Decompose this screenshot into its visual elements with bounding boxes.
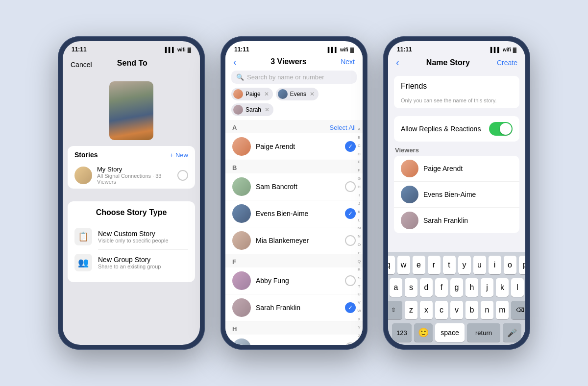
new-story-button[interactable]: + New xyxy=(170,151,188,159)
my-story-radio[interactable] xyxy=(177,170,188,181)
signal-icon-2: ▌▌▌ xyxy=(328,47,338,52)
check-evens[interactable]: ✓ xyxy=(345,208,356,219)
back-button-2[interactable]: ‹ xyxy=(233,57,237,67)
replies-toggle[interactable] xyxy=(489,122,513,136)
viewer-row-evens: Evens Bien-Aime xyxy=(394,182,519,208)
select-all-button[interactable]: Select All xyxy=(330,124,356,131)
key-u[interactable]: u xyxy=(473,256,486,274)
chip-remove-evens[interactable]: ✕ xyxy=(310,91,315,97)
key-x[interactable]: x xyxy=(420,301,433,319)
key-z[interactable]: z xyxy=(405,301,417,319)
group-story-option[interactable]: 👥 New Group Story Share to an existing g… xyxy=(74,250,188,275)
chip-remove-paige[interactable]: ✕ xyxy=(264,91,269,97)
key-emoji[interactable]: 🙂 xyxy=(414,323,433,342)
check-mia[interactable] xyxy=(345,235,356,246)
next-button[interactable]: Next xyxy=(341,58,355,66)
keyboard-bottom-row: 123 🙂 space return 🎤 xyxy=(390,323,523,342)
key-y[interactable]: y xyxy=(458,256,471,274)
battery-icon: ▓ xyxy=(188,47,191,52)
section-letter-b: B xyxy=(232,164,237,171)
chip-sarah[interactable]: Sarah ✕ xyxy=(231,103,273,116)
viewer-name-paige: Paige Arendt xyxy=(423,165,463,172)
key-g[interactable]: g xyxy=(450,278,463,297)
contact-keiko-hall[interactable]: Keiko Hall xyxy=(225,335,363,345)
key-space[interactable]: space xyxy=(435,323,465,342)
send-to-nav: Cancel Send To xyxy=(63,55,200,77)
contact-paige-arendt[interactable]: Paige Arendt ✓ xyxy=(225,133,363,160)
my-story-row[interactable]: My Story All Signal Connections · 33 Vie… xyxy=(68,162,195,189)
story-image-area xyxy=(63,77,200,146)
section-letter-h: H xyxy=(232,325,237,333)
chip-evens[interactable]: Evens ✕ xyxy=(276,88,318,100)
key-e[interactable]: e xyxy=(413,256,425,274)
key-m[interactable]: m xyxy=(496,301,509,319)
key-h[interactable]: h xyxy=(466,278,478,297)
key-a[interactable]: a xyxy=(390,278,402,297)
alpha-index[interactable]: ABC DEF GHI JKL MNO PQR STU VWX YZ xyxy=(356,120,363,345)
create-button[interactable]: Create xyxy=(497,59,517,67)
status-bar-3: 11:11 ▌▌▌ wifi ▓ xyxy=(388,41,525,55)
contact-sam-bancroft[interactable]: Sam Bancroft xyxy=(225,173,363,200)
key-mic[interactable]: 🎤 xyxy=(503,323,521,342)
key-c[interactable]: c xyxy=(435,301,448,319)
avatar-sam-bancroft xyxy=(232,177,251,196)
input-hint: Only you can see the name of this story. xyxy=(394,96,519,108)
key-r[interactable]: r xyxy=(428,256,441,274)
chip-avatar-sarah xyxy=(233,105,243,115)
key-n[interactable]: n xyxy=(481,301,493,319)
contact-evens-bien-aime[interactable]: Evens Bien-Aime ✓ xyxy=(225,200,363,227)
signal-icon-3: ▌▌▌ xyxy=(490,47,501,52)
check-paige-arendt[interactable]: ✓ xyxy=(345,141,356,152)
story-name-input[interactable] xyxy=(394,76,519,96)
name-keiko-hall: Keiko Hall xyxy=(256,344,340,345)
check-abby[interactable] xyxy=(345,275,356,286)
chip-paige[interactable]: Paige ✕ xyxy=(231,88,273,100)
key-v[interactable]: v xyxy=(450,301,463,319)
avatar-abby-fung xyxy=(232,271,251,290)
viewers-list: Paige Arendt Evens Bien-Aime Sarah Frank… xyxy=(394,156,519,233)
key-q[interactable]: q xyxy=(388,256,395,274)
key-num[interactable]: 123 xyxy=(392,323,412,342)
key-i[interactable]: i xyxy=(489,256,501,274)
check-sam-bancroft[interactable] xyxy=(345,181,356,192)
contact-abby-fung[interactable]: Abby Fung xyxy=(225,267,363,294)
back-button-3[interactable]: ‹ xyxy=(396,57,399,68)
my-story-sub: All Signal Connections · 33 Viewers xyxy=(97,173,172,185)
key-f[interactable]: f xyxy=(435,278,448,297)
key-l[interactable]: l xyxy=(511,278,524,297)
stories-label: Stories xyxy=(74,151,98,159)
key-p[interactable]: p xyxy=(519,256,526,274)
battery-icon-2: ▓ xyxy=(350,47,354,52)
section-letter-f: F xyxy=(232,258,236,265)
key-d[interactable]: d xyxy=(420,278,433,297)
name-story-title: Name Story xyxy=(426,58,470,67)
signal-icon: ▌▌▌ xyxy=(165,47,175,52)
wifi-icon-2: wifi xyxy=(340,47,348,52)
cancel-button[interactable]: Cancel xyxy=(71,61,92,69)
chip-remove-sarah[interactable]: ✕ xyxy=(265,106,270,113)
contact-sarah-franklin[interactable]: Sarah Franklin ✓ xyxy=(225,294,363,321)
chip-avatar-evens xyxy=(278,89,288,99)
custom-story-info: New Custom Story Visible only to specifi… xyxy=(98,230,169,243)
key-o[interactable]: o xyxy=(504,256,516,274)
search-bar[interactable]: 🔍 Search by name or number xyxy=(231,71,357,84)
custom-story-option[interactable]: 📋 New Custom Story Visible only to speci… xyxy=(74,224,188,249)
status-icons-2: ▌▌▌ wifi ▓ xyxy=(328,47,354,52)
my-story-avatar xyxy=(74,167,92,184)
check-sarah[interactable]: ✓ xyxy=(345,302,356,313)
check-keiko[interactable] xyxy=(345,342,356,345)
wifi-icon: wifi xyxy=(177,47,186,52)
key-s[interactable]: s xyxy=(405,278,417,297)
key-t[interactable]: t xyxy=(443,256,456,274)
key-b[interactable]: b xyxy=(466,301,478,319)
key-delete[interactable]: ⌫ xyxy=(511,301,525,319)
key-w[interactable]: w xyxy=(397,256,410,274)
contact-mia-blankemeyer[interactable]: Mia Blankemeyer xyxy=(225,227,363,254)
name-mia-blankemeyer: Mia Blankemeyer xyxy=(256,237,340,244)
status-icons-1: ▌▌▌ wifi ▓ xyxy=(165,47,191,52)
key-return[interactable]: return xyxy=(467,323,500,342)
key-k[interactable]: k xyxy=(496,278,509,297)
phone-2: 11:11 ▌▌▌ wifi ▓ ‹ 3 Viewers Next 🔍 Sear… xyxy=(220,36,368,350)
key-shift[interactable]: ⇧ xyxy=(388,301,402,319)
key-j[interactable]: j xyxy=(481,278,493,297)
